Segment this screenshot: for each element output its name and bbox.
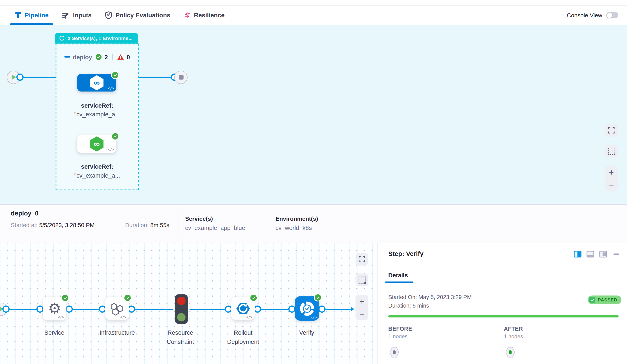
harness-service-icon: ∞ xyxy=(90,136,104,151)
services-header: Service(s) xyxy=(185,215,213,222)
tab-bar: Pipeline Inputs Policy Evaluations Resil… xyxy=(0,6,627,25)
code-icon: </> xyxy=(311,315,317,319)
tab-group: Pipeline Inputs Policy Evaluations Resil… xyxy=(10,6,229,25)
environments-value[interactable]: cv_world_k8s xyxy=(275,224,312,231)
tab-policy-evaluations-label: Policy Evaluations xyxy=(115,12,170,19)
traffic-green-light xyxy=(177,313,186,321)
failed-count-icon xyxy=(117,54,124,60)
failed-count: 0 xyxy=(127,53,130,60)
step-infrastructure[interactable]: </> xyxy=(105,297,129,320)
console-view-toggle[interactable] xyxy=(606,12,618,18)
tab-details[interactable]: Details xyxy=(388,272,408,279)
zoom-out-button[interactable]: − xyxy=(609,180,614,189)
infinity-glyph: ∞ xyxy=(94,78,100,86)
toggle-knob xyxy=(607,13,612,18)
service-node-1-label: serviceRef: xyxy=(55,102,139,109)
success-badge xyxy=(111,132,119,140)
harness-service-icon: ∞ xyxy=(90,75,104,90)
edge-connector-ring xyxy=(128,305,135,312)
zoom-out-button[interactable]: − xyxy=(360,310,364,318)
duration: Duration: 8m 55s xyxy=(125,222,169,228)
step-resource-constraint[interactable] xyxy=(175,294,188,324)
verify-icon xyxy=(298,300,316,317)
duration-label: Duration: xyxy=(125,222,149,228)
tab-inputs[interactable]: Inputs xyxy=(57,6,96,25)
pipeline-icon xyxy=(15,12,22,19)
success-count-icon xyxy=(96,54,102,60)
success-badge xyxy=(61,294,69,302)
resilience-chaos-icon xyxy=(184,12,191,19)
success-count: 2 xyxy=(104,53,108,60)
status-badge: PASSED xyxy=(588,296,621,304)
step-resource-constraint-label: Resource Constraint xyxy=(155,328,207,346)
edge xyxy=(258,309,292,310)
zoom-controls: + − xyxy=(605,166,618,191)
before-node-hexagon[interactable] xyxy=(389,346,399,358)
step-service-label: Service xyxy=(28,328,81,337)
marquee-select-button[interactable] xyxy=(356,273,368,286)
services-value[interactable]: cv_example_app_blue xyxy=(185,224,245,231)
edge-start-to-stage xyxy=(20,77,55,78)
infinity-glyph: ∞ xyxy=(94,139,100,148)
summary-divider xyxy=(178,211,178,237)
zoom-controls: + − xyxy=(356,295,368,320)
before-node-count: 1 nodes xyxy=(388,333,408,339)
zoom-in-button[interactable]: + xyxy=(360,297,364,305)
environments-header: Environment(s) xyxy=(275,215,318,222)
stage-group-header[interactable]: 2 Service(s), 1 Environme... xyxy=(55,33,138,44)
status-badge-label: PASSED xyxy=(598,298,617,302)
layout-float-view-icon[interactable] xyxy=(599,251,607,258)
stage-name-label: deploy xyxy=(73,53,92,60)
infrastructure-icon xyxy=(109,301,125,316)
tab-pipeline[interactable]: Pipeline xyxy=(10,6,53,25)
step-rollout-deployment[interactable]: </> xyxy=(231,297,255,320)
policy-shield-icon xyxy=(105,11,112,19)
before-label: BEFORE xyxy=(388,325,412,332)
pipeline-end-node[interactable] xyxy=(174,71,188,84)
layout-split-view-icon[interactable] xyxy=(574,251,581,258)
step-service[interactable]: ⚙ </> xyxy=(43,297,66,320)
edge-connector-ring xyxy=(254,305,261,312)
code-icon: </> xyxy=(58,315,64,319)
edge xyxy=(6,309,40,310)
fit-to-screen-button[interactable] xyxy=(356,253,368,265)
success-badge xyxy=(124,294,132,302)
collapse-stage-icon[interactable] xyxy=(64,56,70,57)
service-node-2-sublabel: "cv_example_a... xyxy=(55,172,139,179)
stage-group-header-label: 2 Service(s), 1 Environme... xyxy=(68,35,133,41)
step-infrastructure-label: Infrastructure xyxy=(91,328,143,337)
service-node-2[interactable]: ∞ </> xyxy=(77,135,116,153)
success-badge xyxy=(314,294,322,302)
started-at: Started at: 5/5/2023, 3:28:50 PM xyxy=(11,222,95,228)
execution-graph-canvas[interactable]: ⚙ </> Service </> Infrastructure Resourc… xyxy=(0,243,377,364)
layout-bottom-view-icon[interactable] xyxy=(586,251,594,258)
stage-deploy-row[interactable]: deploy 2 0 xyxy=(55,53,139,61)
traffic-red-light xyxy=(177,297,186,305)
loop-icon xyxy=(59,35,65,41)
pipeline-stage-canvas[interactable]: 2 Service(s), 1 Environme... deploy 2 0 … xyxy=(0,25,627,204)
pipeline-execution-app: Pipeline Inputs Policy Evaluations Resil… xyxy=(0,0,627,364)
marquee-select-button[interactable] xyxy=(605,145,618,157)
minimize-panel-button[interactable] xyxy=(613,254,619,255)
edge-connector-ring xyxy=(2,305,10,312)
after-node-hexagon[interactable] xyxy=(505,346,515,358)
tab-resilience[interactable]: Resilience xyxy=(179,6,229,25)
step-started-on: Started On: May 5, 2023 3:29 PM xyxy=(388,294,472,300)
service-node-1[interactable]: ∞ </> xyxy=(77,74,116,92)
edge-arrowhead xyxy=(351,307,354,311)
step-rollout-deployment-label: Rollout Deployment xyxy=(217,328,269,346)
step-verify[interactable]: </> xyxy=(295,296,319,320)
edge-connector-ring xyxy=(318,305,325,312)
bottom-section: ⚙ </> Service </> Infrastructure Resourc… xyxy=(0,243,627,364)
edge xyxy=(189,309,228,310)
panel-title: Step: Verify xyxy=(388,250,423,258)
rollout-icon xyxy=(235,301,251,316)
stage-run-title: deploy_0 xyxy=(11,210,39,217)
zoom-in-button[interactable]: + xyxy=(609,168,614,176)
fit-to-screen-button[interactable] xyxy=(605,124,618,137)
tab-policy-evaluations[interactable]: Policy Evaluations xyxy=(100,6,175,25)
fullscreen-icon xyxy=(359,256,365,262)
edge xyxy=(69,309,103,310)
step-details-panel: Step: Verify Details Started On: May 5, … xyxy=(377,243,627,364)
service-node-2-label: serviceRef: xyxy=(55,163,139,170)
